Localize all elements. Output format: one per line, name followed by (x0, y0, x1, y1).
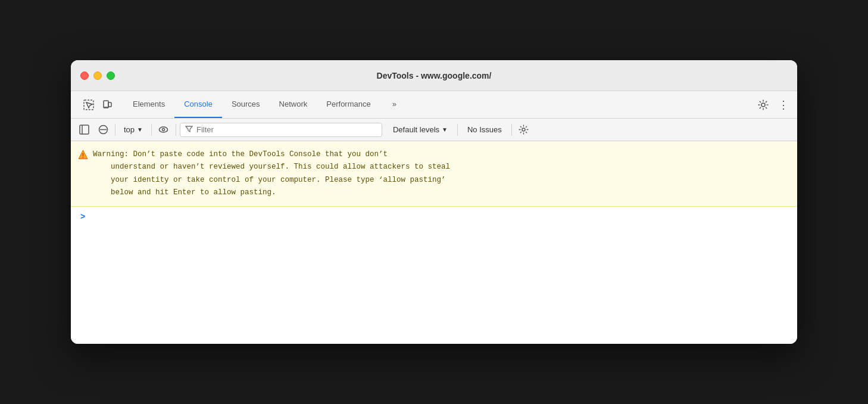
devtools-window: DevTools - www.google.com/ Elements (71, 60, 797, 344)
tab-console[interactable]: Console (174, 91, 222, 118)
console-content: ! Warning: Don’t paste code into the Dev… (71, 141, 797, 344)
svg-point-4 (761, 103, 765, 107)
close-button[interactable] (80, 72, 89, 80)
svg-rect-2 (108, 102, 111, 107)
prompt-arrow: > (80, 212, 85, 221)
device-toolbar-icon[interactable] (99, 97, 116, 113)
tab-bar-right: ⋮ (754, 96, 792, 114)
svg-rect-1 (104, 101, 108, 108)
filter-input[interactable] (196, 125, 377, 134)
svg-point-10 (163, 129, 165, 131)
no-issues-button[interactable]: No Issues (461, 123, 508, 136)
eye-icon-button[interactable] (155, 122, 172, 138)
warning-text: Warning: Don’t paste code into the DevTo… (93, 148, 450, 199)
more-tabs-button[interactable]: » (380, 91, 408, 118)
more-options-button[interactable]: ⋮ (775, 96, 792, 114)
tab-network[interactable]: Network (270, 91, 317, 118)
svg-text:!: ! (82, 153, 84, 159)
clear-console-button[interactable] (95, 122, 111, 138)
svg-rect-5 (80, 125, 89, 134)
console-input[interactable] (90, 212, 788, 220)
title-bar: DevTools - www.google.com/ (71, 60, 797, 91)
context-dropdown[interactable]: top ▼ (119, 123, 148, 136)
toolbar-divider-2 (151, 124, 152, 136)
toolbar-divider-4 (457, 124, 458, 136)
window-title: DevTools - www.google.com/ (377, 71, 492, 80)
sidebar-toggle-button[interactable] (76, 122, 92, 138)
toolbar-divider-3 (176, 124, 176, 136)
warning-message: ! Warning: Don’t paste code into the Dev… (71, 141, 797, 207)
default-levels-button[interactable]: Default levels ▼ (387, 123, 454, 136)
settings-button[interactable] (754, 96, 772, 114)
tab-bar-icons (76, 97, 121, 113)
tab-bar: Elements Console Sources Network Perform… (71, 91, 797, 119)
filter-icon (185, 125, 193, 135)
tabs: Elements Console Sources Network Perform… (123, 91, 408, 118)
warning-icon: ! (78, 150, 88, 162)
toolbar-divider-1 (115, 124, 115, 136)
filter-input-wrap[interactable] (180, 123, 382, 137)
tab-sources[interactable]: Sources (222, 91, 270, 118)
svg-point-9 (160, 127, 168, 132)
console-settings-button[interactable] (516, 122, 532, 138)
toolbar-divider-5 (511, 124, 512, 136)
svg-point-11 (522, 128, 525, 131)
tab-elements[interactable]: Elements (123, 91, 174, 118)
console-prompt: > (71, 207, 797, 226)
tab-performance[interactable]: Performance (317, 91, 380, 118)
console-toolbar: top ▼ Default levels ▼ No Issues (71, 119, 797, 141)
traffic-lights (80, 72, 115, 80)
minimize-button[interactable] (93, 72, 102, 80)
maximize-button[interactable] (107, 72, 115, 80)
inspect-element-icon[interactable] (80, 97, 97, 113)
